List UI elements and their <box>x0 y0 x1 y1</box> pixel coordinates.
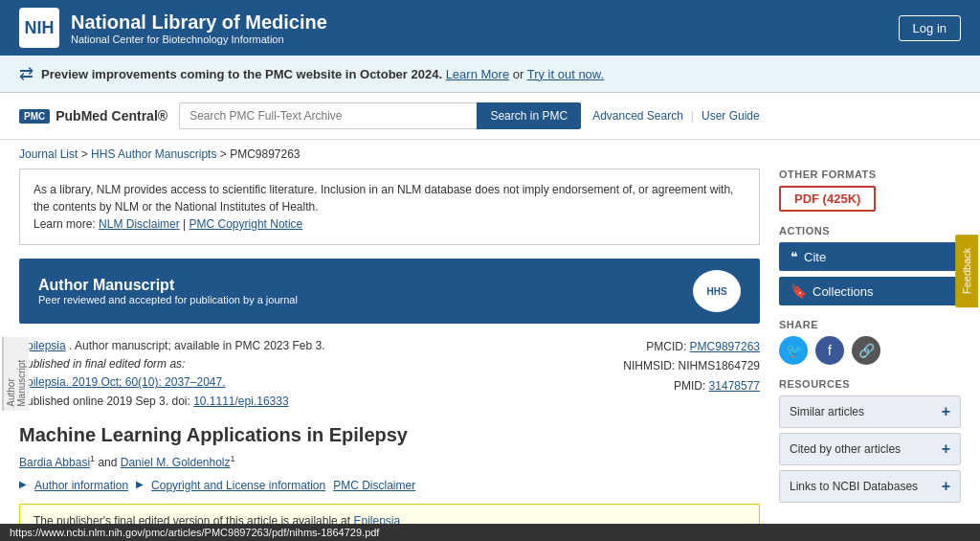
nih-main-title: National Library of Medicine <box>71 11 327 34</box>
nih-badge: NIH <box>19 8 59 48</box>
nih-logo-area: NIH National Library of Medicine Nationa… <box>19 8 327 48</box>
share-title: SHARE <box>779 319 961 330</box>
link-share-icon[interactable]: 🔗 <box>852 336 880 365</box>
breadcrumb-sep1: > <box>81 147 91 161</box>
status-url: https://www.ncbi.nlm.nih.gov/pmc/article… <box>10 527 379 538</box>
copyright-info-link[interactable]: Copyright and License information <box>151 479 325 492</box>
cite-icon: ❝ <box>791 249 798 264</box>
pmc-copyright-link[interactable]: PMC Copyright Notice <box>189 217 303 231</box>
try-it-link[interactable]: Try it out now. <box>527 67 604 81</box>
article-title: Machine Learning Applications in Epileps… <box>19 424 760 446</box>
nlm-disclaimer-link[interactable]: NLM Disclaimer <box>99 217 180 231</box>
nihmsid-value: NIHMS1864729 <box>679 359 760 372</box>
sidebar: OTHER FORMATS PDF (425K) ACTIONS ❝ Cite … <box>779 169 961 541</box>
ncbi-links-label: Links to NCBI Databases <box>790 480 918 493</box>
journal-issue-link[interactable]: Epilepsia. 2019 Oct; 60(10): 2037–2047. <box>19 375 225 389</box>
search-bar: PMC PubMed Central® Search in PMC Advanc… <box>0 93 980 140</box>
preview-text: Preview improvements coming to the PMC w… <box>41 67 604 81</box>
author-manuscript-label: Author Manuscript <box>2 337 29 411</box>
advanced-search-link[interactable]: Advanced Search <box>592 109 683 123</box>
plus-icon-1: + <box>942 403 950 420</box>
doi-link[interactable]: 10.1111/epi.16333 <box>193 394 288 408</box>
twitter-share-icon[interactable]: 🐦 <box>779 336 808 365</box>
similar-articles-button[interactable]: Similar articles + <box>779 395 961 428</box>
plus-icon-2: + <box>942 440 950 458</box>
manuscript-subtitle: Peer reviewed and accepted for publicati… <box>38 294 298 305</box>
pubmed-central-label: PubMed Central® <box>56 108 167 124</box>
breadcrumb-sep2: > <box>220 147 230 161</box>
login-button[interactable]: Log in <box>899 15 961 41</box>
resources-section: RESOURCES Similar articles + Cited by ot… <box>779 378 961 503</box>
pmcid-value[interactable]: PMC9897263 <box>690 340 760 353</box>
preview-banner: ⇄ Preview improvements coming to the PMC… <box>0 56 980 93</box>
pmc-disclaimer-link[interactable]: PMC Disclaimer <box>333 479 415 492</box>
pmid-label: PMID: <box>674 379 705 393</box>
search-link-divider: | <box>691 109 694 123</box>
arrows-icon: ⇄ <box>19 63 33 84</box>
breadcrumb-hhs[interactable]: HHS Author Manuscripts <box>91 147 216 161</box>
cite-button[interactable]: ❝ Cite <box>779 242 961 271</box>
author-info-link[interactable]: Author information <box>34 479 128 492</box>
actions-title: ACTIONS <box>779 225 961 237</box>
cited-by-label: Cited by other articles <box>790 442 901 456</box>
collections-button[interactable]: 🔖 Collections <box>779 277 961 305</box>
published-label: Published in final edited form as: <box>19 357 185 371</box>
manuscript-banner: Author Manuscript Peer reviewed and acce… <box>19 259 760 324</box>
pmc-logo: PMC PubMed Central® <box>19 108 167 124</box>
learn-more-link[interactable]: Learn More <box>446 67 509 81</box>
cited-by-button[interactable]: Cited by other articles + <box>779 433 961 465</box>
breadcrumb-journal-list[interactable]: Journal List <box>19 147 78 161</box>
share-icons: 🐦 f 🔗 <box>779 336 961 365</box>
hhs-logo: HHS <box>693 270 741 312</box>
learn-more-label: Learn more: <box>33 217 96 231</box>
published-online-text: Published online 2019 Sep 3. doi: <box>19 394 190 408</box>
other-formats-title: OTHER FORMATS <box>779 169 961 180</box>
arrow-icon-2: ▶ <box>136 479 144 492</box>
article-authors: Bardia Abbasi1 and Daniel M. Goldenholz1 <box>19 454 760 469</box>
pmid-value[interactable]: 31478577 <box>709 379 760 393</box>
other-formats-section: OTHER FORMATS PDF (425K) <box>779 169 961 212</box>
breadcrumb-pmcid: PMC9897263 <box>230 147 300 161</box>
meta-right: PMCID: PMC9897263 NIHMSID: NIHMS1864729 … <box>623 337 760 411</box>
resources-title: RESOURCES <box>779 378 961 390</box>
main-layout: As a library, NLM provides access to sci… <box>0 169 980 541</box>
arrow-icon-1: ▶ <box>19 479 27 492</box>
nih-header: NIH National Library of Medicine Nationa… <box>0 0 980 56</box>
facebook-share-icon[interactable]: f <box>815 336 844 365</box>
manuscript-text-block: Author Manuscript Peer reviewed and acce… <box>38 277 298 305</box>
author1-link[interactable]: Bardia Abbasi <box>19 456 90 469</box>
preview-strong: Preview improvements coming to the PMC w… <box>41 67 442 81</box>
pmcid-label: PMCID: <box>646 340 686 353</box>
nihmsid-label: NIHMSID: <box>623 359 675 372</box>
similar-articles-label: Similar articles <box>790 405 864 418</box>
collections-icon: 🔖 <box>791 283 807 299</box>
search-button[interactable]: Search in PMC <box>477 102 581 129</box>
status-bar: https://www.ncbi.nlm.nih.gov/pmc/article… <box>0 524 980 541</box>
article-links: ▶ Author information ▶ Copyright and Lic… <box>19 479 760 492</box>
content-area: As a library, NLM provides access to sci… <box>19 169 760 541</box>
cite-label: Cite <box>804 250 826 264</box>
meta-text: . Author manuscript; available in PMC 20… <box>69 339 324 352</box>
pmc-badge-label: PMC <box>19 109 50 124</box>
author1-sup: 1 <box>90 454 95 463</box>
info-text: As a library, NLM provides access to sci… <box>33 183 733 214</box>
feedback-tab[interactable]: Feedback <box>955 234 978 306</box>
nih-title-block: National Library of Medicine National Ce… <box>71 11 327 45</box>
ncbi-links-button[interactable]: Links to NCBI Databases + <box>779 470 961 503</box>
manuscript-title: Author Manuscript <box>38 277 298 294</box>
breadcrumb: Journal List > HHS Author Manuscripts > … <box>0 140 980 169</box>
search-form: Search in PMC <box>179 102 581 129</box>
meta-left: Epilepsia . Author manuscript; available… <box>19 337 604 411</box>
actions-section: ACTIONS ❝ Cite 🔖 Collections <box>779 225 961 305</box>
preview-or: or <box>513 67 527 81</box>
pdf-button[interactable]: PDF (425K) <box>779 186 876 212</box>
and-text: and <box>98 456 120 469</box>
article-metadata: Author Manuscript Epilepsia . Author man… <box>19 337 760 411</box>
author2-sup: 1 <box>231 454 235 463</box>
search-links: Advanced Search | User Guide <box>592 109 760 123</box>
user-guide-link[interactable]: User Guide <box>702 109 760 123</box>
author2-link[interactable]: Daniel M. Goldenholz <box>121 456 231 469</box>
share-section: SHARE 🐦 f 🔗 <box>779 319 961 365</box>
search-input[interactable] <box>179 102 477 129</box>
info-box: As a library, NLM provides access to sci… <box>19 169 760 245</box>
